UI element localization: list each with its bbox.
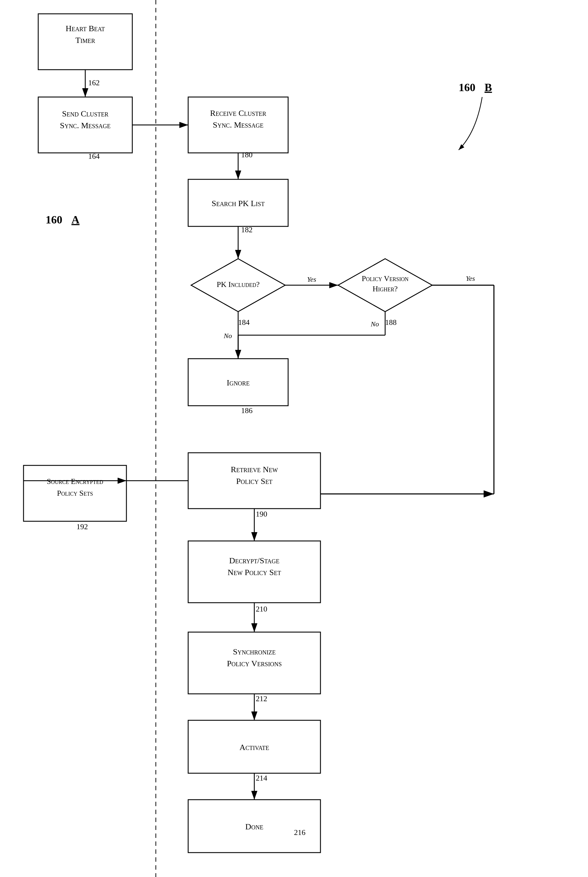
synchronize-label2: Policy Versions [227,659,282,668]
ref-192: 192 [76,522,88,531]
ref-190: 190 [256,510,267,518]
ref-184: 184 [238,318,250,327]
label-160a-sub: A [72,213,80,226]
retrieve-new-label1: Retrieve New [231,465,278,474]
source-encrypted-label2: Policy Sets [57,489,93,498]
send-cluster-label1: Send Cluster [62,109,109,118]
diagram-container: Heart Beat Timer 162 Send Cluster Sync. … [0,0,588,877]
heartbeat-label2: Timer [75,36,95,45]
activate-label: Activate [240,743,269,752]
receive-cluster-label2: Sync. Message [213,120,263,129]
done-label: Done [245,822,263,831]
label-no-policy: No [370,320,379,328]
synchronize-label1: Synchronize [233,647,276,656]
heartbeat-label: Heart Beat [66,24,105,33]
ref-162: 162 [88,78,100,87]
search-pk-label: Search PK List [212,199,265,208]
policy-version-label1: Policy Version [362,274,408,283]
label-yes-policy: Yes [466,274,475,282]
label-yes-pk: Yes [307,276,316,283]
send-cluster-label2: Sync. Message [60,121,111,130]
ref-214: 214 [256,774,267,783]
label-no-pk: No [224,332,232,340]
ref-210: 210 [256,605,267,613]
source-encrypted-label1: Source Encrypted [47,477,103,486]
ref-212: 212 [256,694,267,703]
pk-included-label: PK Included? [217,280,260,289]
ref-188: 188 [385,318,397,327]
ref-216: 216 [294,828,306,837]
ignore-label: Ignore [226,378,250,387]
retrieve-new-label2: Policy Set [236,477,273,486]
arrow-160b-curve [459,97,482,150]
ref-164: 164 [88,152,100,160]
ref-186: 186 [241,406,252,415]
ref-180: 180 [241,150,252,159]
receive-cluster-label1: Receive Cluster [210,108,266,118]
label-160a: 160 [46,213,62,226]
decrypt-stage-label1: Decrypt/Stage [230,556,280,565]
label-160b-sub: B [484,81,492,93]
policy-version-label2: Higher? [372,285,398,293]
label-160b: 160 [459,81,476,93]
ref-182: 182 [241,225,252,234]
decrypt-stage-label2: New Policy Set [228,568,281,577]
